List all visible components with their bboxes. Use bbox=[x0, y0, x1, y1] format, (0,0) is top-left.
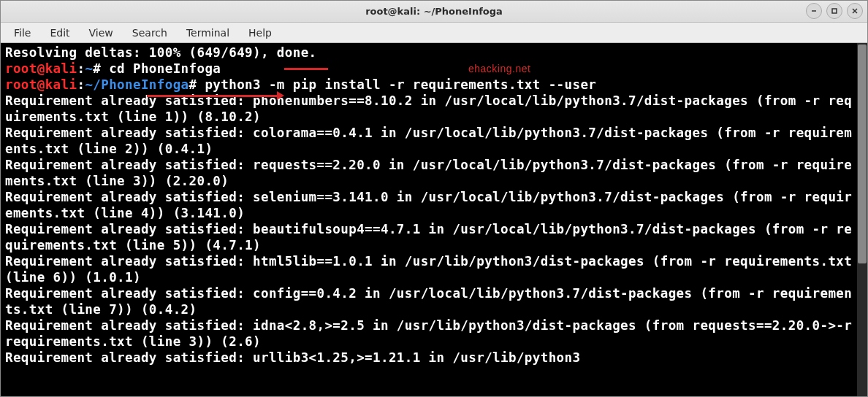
annotation-arrow bbox=[147, 95, 278, 97]
maximize-button[interactable] bbox=[826, 3, 842, 19]
menu-help[interactable]: Help bbox=[240, 24, 281, 42]
minimize-button[interactable] bbox=[806, 3, 822, 19]
menu-edit[interactable]: Edit bbox=[41, 24, 78, 42]
terminal-text: Resolving deltas: 100% (649/649), done. … bbox=[5, 45, 856, 366]
command-text: cd PhoneInfoga bbox=[101, 61, 221, 76]
prompt-hash: # bbox=[189, 77, 197, 92]
output-line: Resolving deltas: 100% (649/649), done. bbox=[5, 45, 317, 60]
output-line: Requirement already satisfied: config==0… bbox=[5, 286, 852, 317]
output-line: Requirement already satisfied: selenium=… bbox=[5, 190, 852, 220]
menu-search[interactable]: Search bbox=[123, 24, 176, 42]
maximize-icon bbox=[831, 7, 838, 15]
output-line: Requirement already satisfied: colorama=… bbox=[5, 126, 852, 156]
menu-file[interactable]: File bbox=[5, 24, 39, 42]
output-line: Requirement already satisfied: beautiful… bbox=[5, 222, 852, 253]
menubar: File Edit View Search Terminal Help bbox=[1, 23, 867, 43]
watermark-text: ehacking.net bbox=[468, 61, 530, 77]
output-line: Requirement already satisfied: requests=… bbox=[5, 158, 852, 188]
output-line: Requirement already satisfied: urllib3<1… bbox=[5, 350, 580, 365]
output-line: Requirement already satisfied: phonenumb… bbox=[5, 93, 852, 124]
menu-terminal[interactable]: Terminal bbox=[178, 24, 238, 42]
menu-view[interactable]: View bbox=[80, 24, 122, 42]
scrollbar-thumb[interactable] bbox=[858, 45, 867, 263]
output-line: Requirement already satisfied: html5lib=… bbox=[5, 254, 860, 285]
terminal-content[interactable]: Resolving deltas: 100% (649/649), done. … bbox=[1, 43, 867, 396]
close-button[interactable] bbox=[847, 3, 863, 19]
svg-rect-1 bbox=[832, 9, 837, 13]
prompt-host: kali bbox=[45, 77, 77, 92]
prompt-path: ~/PhoneInfoga bbox=[85, 77, 189, 92]
window-controls bbox=[806, 3, 863, 19]
prompt-at: @ bbox=[37, 61, 45, 76]
prompt-host: kali bbox=[45, 61, 77, 76]
prompt-user: root bbox=[5, 77, 37, 92]
terminal-window: root@kali: ~/PhoneInfoga File Edit View … bbox=[0, 0, 868, 397]
prompt-path: ~ bbox=[85, 61, 93, 76]
output-line: Requirement already satisfied: idna<2.8,… bbox=[5, 318, 860, 349]
close-icon bbox=[851, 7, 859, 15]
scrollbar-track[interactable] bbox=[857, 43, 867, 396]
window-title: root@kali: ~/PhoneInfoga bbox=[365, 6, 503, 17]
prompt-colon: : bbox=[77, 61, 85, 76]
prompt-at: @ bbox=[37, 77, 45, 92]
prompt-user: root bbox=[5, 61, 37, 76]
annotation-underline bbox=[284, 68, 328, 70]
command-text: python3 -m pip install -r requirements.t… bbox=[197, 77, 596, 92]
titlebar: root@kali: ~/PhoneInfoga bbox=[1, 1, 867, 23]
minimize-icon bbox=[810, 7, 818, 15]
prompt-hash: # bbox=[93, 61, 101, 76]
prompt-colon: : bbox=[77, 77, 85, 92]
